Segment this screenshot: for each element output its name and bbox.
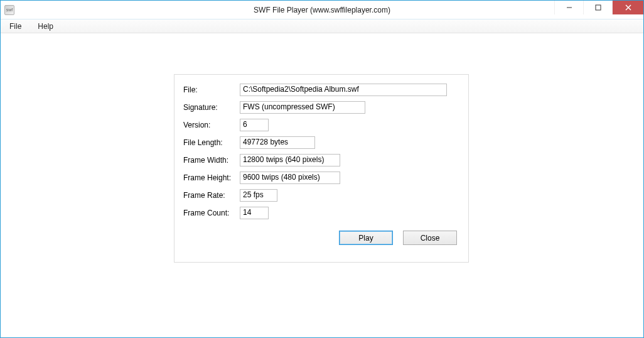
row-signature: Signature: FWS (uncompressed SWF): [183, 101, 459, 114]
field-framecount[interactable]: 14: [240, 207, 269, 219]
client-area: File: C:\Softpedia2\Softpedia Album.swf …: [1, 33, 643, 337]
row-framecount: Frame Count: 14: [183, 207, 459, 219]
field-file[interactable]: C:\Softpedia2\Softpedia Album.swf: [240, 84, 447, 96]
button-row: Play Close: [183, 231, 459, 245]
label-frameheight: Frame Height:: [183, 173, 240, 182]
row-file: File: C:\Softpedia2\Softpedia Album.swf: [183, 84, 459, 96]
field-framewidth[interactable]: 12800 twips (640 pixels): [240, 154, 340, 166]
field-filelength[interactable]: 497728 bytes: [240, 136, 315, 149]
row-frameheight: Frame Height: 9600 twips (480 pixels): [183, 172, 459, 184]
window-title: SWF File Player (www.swffileplayer.com): [1, 6, 643, 14]
label-framerate: Frame Rate:: [183, 191, 240, 200]
row-framewidth: Frame Width: 12800 twips (640 pixels): [183, 154, 459, 166]
app-icon: swf: [4, 5, 14, 15]
file-info-group: File: C:\Softpedia2\Softpedia Album.swf …: [174, 74, 469, 263]
row-filelength: File Length: 497728 bytes: [183, 136, 459, 149]
titlebar: swf SWF File Player (www.swffileplayer.c…: [1, 1, 643, 19]
close-window-button[interactable]: [612, 1, 643, 14]
app-window: swf SWF File Player (www.swffileplayer.c…: [0, 0, 644, 338]
label-filelength: File Length:: [183, 138, 240, 147]
label-framewidth: Frame Width:: [183, 156, 240, 165]
field-version[interactable]: 6: [240, 119, 269, 131]
field-framerate[interactable]: 25 fps: [240, 189, 277, 202]
row-version: Version: 6: [183, 119, 459, 131]
row-framerate: Frame Rate: 25 fps: [183, 189, 459, 202]
menubar: File Help: [1, 19, 643, 33]
label-framecount: Frame Count:: [183, 209, 240, 217]
svg-rect-1: [596, 5, 601, 10]
label-signature: Signature:: [183, 103, 240, 112]
window-controls: [554, 1, 643, 19]
play-button[interactable]: Play: [339, 231, 393, 245]
menu-help[interactable]: Help: [34, 21, 57, 32]
field-signature[interactable]: FWS (uncompressed SWF): [240, 101, 365, 114]
menu-file[interactable]: File: [6, 21, 25, 32]
minimize-button[interactable]: [554, 1, 583, 14]
field-frameheight[interactable]: 9600 twips (480 pixels): [240, 172, 340, 184]
label-version: Version:: [183, 121, 240, 129]
maximize-button[interactable]: [583, 1, 612, 14]
close-button[interactable]: Close: [403, 231, 457, 245]
label-file: File:: [183, 85, 240, 94]
